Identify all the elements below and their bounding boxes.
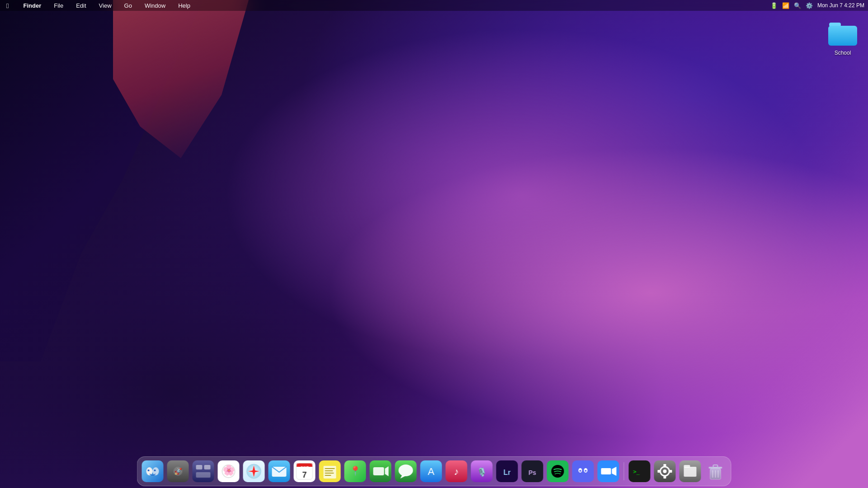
svg-rect-31: [324, 466, 336, 479]
dock-maps[interactable]: 📍: [344, 460, 367, 483]
svg-rect-74: [684, 467, 697, 477]
svg-point-5: [148, 469, 150, 471]
svg-point-4: [153, 467, 159, 475]
dock-music[interactable]: ♪: [445, 460, 468, 483]
apple-menu[interactable]: : [4, 1, 11, 10]
svg-rect-32: [325, 468, 335, 469]
svg-rect-13: [196, 472, 211, 478]
menubar-edit[interactable]: Edit: [73, 1, 89, 10]
battery-icon[interactable]: 🔋: [770, 2, 778, 9]
menubar-go[interactable]: Go: [122, 1, 135, 10]
control-center-icon[interactable]: ⚙️: [806, 2, 813, 9]
svg-text:Ps: Ps: [528, 469, 536, 476]
dock-trash[interactable]: [704, 460, 727, 483]
svg-text:🌸: 🌸: [222, 464, 235, 476]
school-folder-label: School: [835, 50, 851, 56]
search-icon[interactable]: 🔍: [794, 2, 801, 9]
svg-point-42: [399, 465, 413, 476]
svg-text:Lr: Lr: [504, 469, 511, 476]
desktop:  Finder File Edit View Go Window Help 🔋…: [0, 0, 868, 488]
svg-rect-11: [196, 465, 203, 469]
dock-finder[interactable]: [141, 460, 165, 483]
svg-rect-69: [664, 464, 666, 466]
dock-facetime[interactable]: [369, 460, 392, 483]
dock: 🚀: [137, 456, 731, 486]
menubar-window[interactable]: Window: [142, 1, 168, 10]
bg-shape-red: [113, 0, 249, 158]
menubar-view[interactable]: View: [96, 1, 114, 10]
svg-text:📍: 📍: [349, 465, 361, 476]
svg-rect-35: [325, 475, 331, 476]
dock-mission-control[interactable]: [192, 460, 215, 483]
dock-lightroom[interactable]: Lr: [495, 460, 519, 483]
svg-rect-33: [325, 470, 333, 471]
svg-point-6: [154, 469, 156, 471]
svg-text:>_: >_: [633, 469, 640, 475]
svg-rect-39: [373, 467, 384, 475]
wifi-icon[interactable]: 📶: [782, 2, 789, 9]
folder-svg: [827, 20, 858, 47]
dock-spotify[interactable]: [546, 460, 570, 483]
menubar-left:  Finder File Edit View Go Window Help: [4, 1, 193, 10]
svg-rect-62: [601, 468, 611, 474]
bg-shape-left: [0, 0, 203, 361]
dock-discord[interactable]: [571, 460, 595, 483]
svg-rect-34: [325, 473, 334, 474]
svg-point-68: [663, 469, 667, 473]
menubar-datetime: Mon Jun 7 4:22 PM: [817, 2, 864, 9]
svg-text:🚀: 🚀: [174, 468, 182, 475]
svg-rect-10: [193, 460, 214, 482]
menubar-finder[interactable]: Finder: [20, 1, 44, 10]
dock-zoom[interactable]: [597, 460, 620, 483]
svg-rect-75: [684, 465, 690, 468]
svg-point-3: [146, 467, 153, 475]
dock-launchpad[interactable]: 🚀: [166, 460, 190, 483]
svg-rect-56: [572, 460, 594, 482]
svg-text:JUNE: JUNE: [300, 466, 309, 469]
dock-notes[interactable]: [318, 460, 342, 483]
school-folder-icon[interactable]: School: [825, 17, 861, 59]
svg-text:7: 7: [302, 470, 307, 479]
menubar-help[interactable]: Help: [175, 1, 193, 10]
svg-text:🎙️: 🎙️: [477, 467, 487, 477]
dock-appstore[interactable]: A: [420, 460, 443, 483]
menubar-right: 🔋 📶 🔍 ⚙️ Mon Jun 7 4:22 PM: [770, 2, 864, 9]
svg-rect-71: [658, 470, 660, 473]
menubar:  Finder File Edit View Go Window Help 🔋…: [0, 0, 868, 11]
svg-point-59: [580, 470, 581, 472]
dock-calendar[interactable]: 7 JUNE: [293, 460, 316, 483]
dock-messages[interactable]: [394, 460, 418, 483]
svg-text:A: A: [428, 466, 434, 477]
dock-terminal[interactable]: >_: [628, 460, 651, 483]
dock-container: 🚀: [137, 456, 731, 486]
dock-separator: [624, 462, 624, 480]
svg-rect-12: [204, 465, 211, 469]
dock-mail[interactable]: [268, 460, 291, 483]
menubar-file[interactable]: File: [51, 1, 66, 10]
svg-rect-70: [664, 476, 666, 479]
dock-podcasts[interactable]: 🎙️: [470, 460, 494, 483]
dock-safari[interactable]: [242, 460, 266, 483]
dock-sysprefs[interactable]: [653, 460, 677, 483]
dock-photos[interactable]: 🌸: [217, 460, 241, 483]
svg-text:♪: ♪: [454, 466, 459, 477]
dock-files[interactable]: [679, 460, 702, 483]
svg-rect-1: [828, 26, 857, 46]
dock-adobe[interactable]: Ps: [521, 460, 544, 483]
svg-rect-72: [670, 470, 672, 473]
svg-point-60: [585, 470, 587, 472]
